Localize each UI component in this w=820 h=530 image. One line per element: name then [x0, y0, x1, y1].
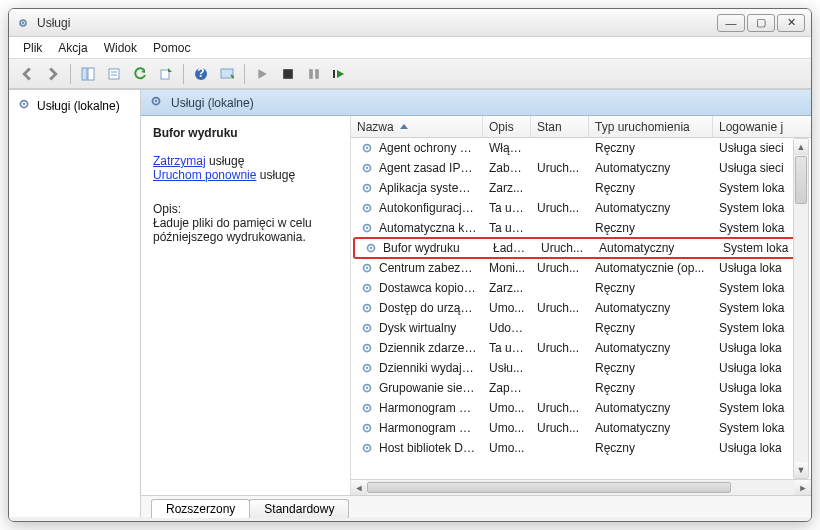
service-row[interactable]: Autokonfiguracja ...Ta us...Uruch...Auto…: [351, 198, 811, 218]
nav-back-icon[interactable]: [15, 62, 39, 86]
tab-extended[interactable]: Rozszerzony: [151, 499, 250, 518]
nav-tree: Usługi (lokalne): [9, 90, 141, 517]
service-icon: [359, 181, 375, 195]
col-logon[interactable]: Logowanie j: [713, 116, 797, 137]
close-button[interactable]: ✕: [777, 14, 805, 32]
export-list-icon[interactable]: [154, 62, 178, 86]
service-name: Dostawca kopiow...: [379, 281, 477, 295]
service-row[interactable]: Dzienniki wydajno...Usłu...RęcznyUsługa …: [351, 358, 811, 378]
svg-rect-7: [161, 70, 169, 79]
stop-link[interactable]: Zatrzymaj: [153, 154, 206, 168]
hscroll-thumb[interactable]: [367, 482, 731, 493]
svg-rect-12: [309, 69, 313, 79]
view-tabs: Rozszerzony Standardowy: [141, 495, 811, 517]
col-name[interactable]: Nazwa: [351, 116, 483, 137]
svg-point-44: [366, 387, 368, 389]
service-icon: [359, 261, 375, 275]
svg-point-24: [366, 187, 368, 189]
scroll-up-icon[interactable]: ▲: [794, 139, 808, 155]
stop-service-icon[interactable]: [276, 62, 300, 86]
col-startup[interactable]: Typ uruchomienia: [589, 116, 713, 137]
col-state[interactable]: Stan: [531, 116, 589, 137]
service-desc: Ładu...: [487, 241, 535, 255]
svg-point-28: [366, 227, 368, 229]
service-startup: Ręczny: [589, 361, 713, 375]
nav-forward-icon[interactable]: [41, 62, 65, 86]
service-logon: Usługa loka: [713, 261, 797, 275]
service-row[interactable]: Aplikacja systemo...Zarz...RęcznySystem …: [351, 178, 811, 198]
service-row[interactable]: Dostawca kopiow...Zarz...RęcznySystem lo…: [351, 278, 811, 298]
scroll-left-icon[interactable]: ◄: [351, 480, 367, 495]
gear-icon: [17, 97, 31, 114]
svg-rect-10: [221, 69, 233, 78]
service-row[interactable]: Dziennik zdarzeń s...Ta us...Uruch...Aut…: [351, 338, 811, 358]
service-icon: [359, 141, 375, 155]
service-startup: Automatyczny: [589, 421, 713, 435]
service-row[interactable]: Bufor wydrukuŁadu...Uruch...Automatyczny…: [353, 237, 809, 259]
service-desc: Umo...: [483, 301, 531, 315]
miniconsole-icon[interactable]: [215, 62, 239, 86]
service-row[interactable]: Dostęp do urządze...Umo...Uruch...Automa…: [351, 298, 811, 318]
service-row[interactable]: Automatyczna ko...Ta us...RęcznySystem l…: [351, 218, 811, 238]
svg-point-42: [366, 367, 368, 369]
service-name: Automatyczna ko...: [379, 221, 477, 235]
service-icon: [359, 201, 375, 215]
menu-action[interactable]: Akcja: [52, 39, 93, 57]
service-row[interactable]: Harmonogram kl...Umo...Uruch...Automatyc…: [351, 398, 811, 418]
service-state: Uruch...: [531, 261, 589, 275]
pause-service-icon[interactable]: [302, 62, 326, 86]
horizontal-scrollbar[interactable]: ◄ ►: [351, 479, 811, 495]
service-logon: System loka: [713, 181, 797, 195]
svg-point-38: [366, 327, 368, 329]
nav-root-item[interactable]: Usługi (lokalne): [13, 94, 136, 117]
service-startup: Ręczny: [589, 321, 713, 335]
service-startup: Ręczny: [589, 441, 713, 455]
service-logon: System loka: [717, 241, 801, 255]
menu-file[interactable]: Plik: [17, 39, 48, 57]
services-window: Usługi — ▢ ✕ Plik Akcja Widok Pomoc ?: [8, 8, 812, 522]
service-icon: [359, 301, 375, 315]
service-name: Dysk wirtualny: [379, 321, 477, 335]
service-name: Bufor wydruku: [383, 241, 481, 255]
svg-point-30: [370, 247, 372, 249]
service-row[interactable]: Grupowanie sieci r...Zape...RęcznyUsługa…: [351, 378, 811, 398]
desc-text: Ładuje pliki do pamięci w celu późniejsz…: [153, 216, 340, 244]
help-icon[interactable]: ?: [189, 62, 213, 86]
svg-point-16: [23, 103, 25, 105]
main-pane: Usługi (lokalne) Bufor wydruku Zatrzymaj…: [141, 90, 811, 517]
service-row[interactable]: Agent zasad IPsecZabe...Uruch...Automaty…: [351, 158, 811, 178]
show-hide-tree-icon[interactable]: [76, 62, 100, 86]
service-name: Dostęp do urządze...: [379, 301, 477, 315]
service-name: Centrum zabezpie...: [379, 261, 477, 275]
scroll-down-icon[interactable]: ▼: [794, 462, 808, 478]
vertical-scrollbar[interactable]: ▲ ▼: [793, 138, 809, 479]
service-row[interactable]: Host bibliotek DLL...Umo...RęcznyUsługa …: [351, 438, 811, 458]
service-desc: Ta us...: [483, 201, 531, 215]
menu-help[interactable]: Pomoc: [147, 39, 196, 57]
svg-rect-2: [82, 68, 87, 80]
service-row[interactable]: Harmonogram za...Umo...Uruch...Automatyc…: [351, 418, 811, 438]
service-logon: System loka: [713, 421, 797, 435]
scroll-thumb[interactable]: [795, 156, 807, 204]
properties-icon[interactable]: [102, 62, 126, 86]
minimize-button[interactable]: —: [717, 14, 745, 32]
restart-service-icon[interactable]: [328, 62, 352, 86]
refresh-icon[interactable]: [128, 62, 152, 86]
maximize-button[interactable]: ▢: [747, 14, 775, 32]
restart-link[interactable]: Uruchom ponownie: [153, 168, 256, 182]
service-startup: Ręczny: [589, 281, 713, 295]
service-name: Host bibliotek DLL...: [379, 441, 477, 455]
menu-view[interactable]: Widok: [98, 39, 143, 57]
tab-standard[interactable]: Standardowy: [249, 499, 349, 518]
svg-rect-4: [109, 69, 119, 79]
service-row[interactable]: Agent ochrony do...Włąc...RęcznyUsługa s…: [351, 138, 811, 158]
service-row[interactable]: Centrum zabezpie...Moni...Uruch...Automa…: [351, 258, 811, 278]
start-service-icon[interactable]: [250, 62, 274, 86]
scroll-right-icon[interactable]: ►: [795, 480, 811, 495]
service-row[interactable]: Dysk wirtualnyUdos...RęcznySystem loka: [351, 318, 811, 338]
detail-pane: Bufor wydruku Zatrzymaj usługę Uruchom p…: [141, 116, 351, 495]
service-desc: Umo...: [483, 401, 531, 415]
col-desc[interactable]: Opis: [483, 116, 531, 137]
service-logon: Usługa sieci: [713, 141, 797, 155]
service-logon: System loka: [713, 221, 797, 235]
